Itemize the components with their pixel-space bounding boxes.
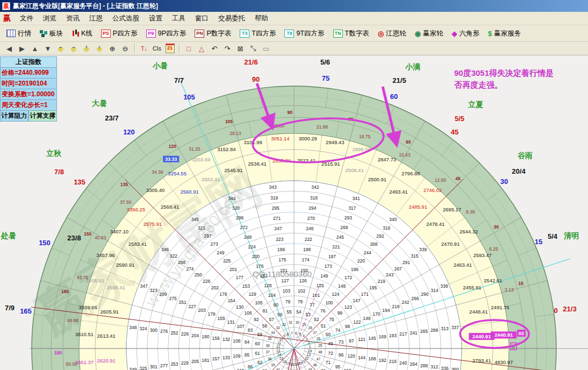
- svg-text:2568.41: 2568.41: [161, 204, 179, 210]
- svg-text:28.13: 28.13: [230, 131, 241, 136]
- svg-text:40.63: 40.63: [95, 235, 106, 240]
- svg-text:313: 313: [441, 326, 448, 331]
- rotate-cw-icon[interactable]: ↷: [221, 43, 233, 54]
- svg-text:2949.43: 2949.43: [326, 139, 344, 145]
- svg-text:小暑: 小暑: [152, 61, 168, 70]
- svg-text:132: 132: [223, 337, 230, 342]
- K线-button[interactable]: K线: [67, 27, 97, 40]
- zoom-out-icon[interactable]: ⊖: [119, 43, 131, 54]
- calendar-icon[interactable]: 21: [164, 43, 176, 54]
- svg-text:150: 150: [39, 239, 51, 247]
- menu-item-2[interactable]: 资讯: [61, 13, 84, 23]
- t-table-icon: TN: [333, 30, 343, 38]
- svg-text:54: 54: [296, 309, 302, 315]
- nav-up-icon[interactable]: ▲: [29, 43, 41, 54]
- gann-wheel-canvas[interactable]: 赢家财富网www.yingjia360.comQQ:11805803601234…: [0, 55, 588, 370]
- svg-text:195: 195: [369, 285, 377, 290]
- menu-item-5[interactable]: 设置: [144, 13, 167, 23]
- svg-text:22: 22: [305, 357, 309, 360]
- grid-icon: [6, 30, 16, 37]
- rotate-ccw-icon[interactable]: ↶: [209, 43, 220, 54]
- menu-item-1[interactable]: 浏览: [38, 13, 61, 23]
- 9P四方形-button[interactable]: P99P四方形: [142, 27, 191, 40]
- svg-text:96: 96: [339, 352, 344, 358]
- svg-text:53: 53: [306, 312, 311, 317]
- svg-text:51: 51: [321, 323, 326, 329]
- pan-left-icon[interactable]: ◆←: [55, 43, 67, 54]
- svg-text:45: 45: [308, 368, 312, 370]
- menu-item-7[interactable]: 窗口: [190, 13, 213, 23]
- svg-text:75: 75: [322, 74, 329, 82]
- svg-text:2491.76: 2491.76: [491, 304, 509, 310]
- svg-text:85: 85: [245, 352, 250, 358]
- svg-text:298: 298: [178, 260, 185, 265]
- svg-text:220: 220: [357, 258, 365, 264]
- menu-item-6[interactable]: 工具: [167, 13, 190, 23]
- nav-forward-icon[interactable]: ▶: [16, 43, 28, 54]
- calc-support-button[interactable]: 计算支撑: [28, 111, 57, 122]
- 赢家轮-button[interactable]: ◉赢家轮: [411, 27, 448, 40]
- 9T四方形-button[interactable]: T99T四方形: [280, 27, 328, 40]
- p-square-icon: PS: [101, 30, 111, 38]
- svg-text:71: 71: [326, 360, 331, 365]
- menu-item-9[interactable]: 帮助: [250, 13, 273, 23]
- svg-text:2553.41: 2553.41: [202, 176, 220, 182]
- calc-resistance-button[interactable]: 计算阻力: [0, 111, 28, 122]
- svg-text:312: 312: [431, 364, 438, 369]
- svg-text:21/3: 21/3: [563, 305, 576, 313]
- pan-up-icon[interactable]: ◆↑: [81, 43, 92, 54]
- triangle-tool-icon[interactable]: △: [196, 43, 207, 54]
- svg-text:82: 82: [254, 317, 259, 322]
- svg-text:165: 165: [20, 307, 32, 315]
- 赢家服务-button[interactable]: $赢家服务: [484, 27, 525, 40]
- svg-text:17: 17: [286, 361, 290, 365]
- menu-item-0[interactable]: 文件: [15, 13, 38, 23]
- T四方形-button[interactable]: T3T四方形: [235, 27, 280, 40]
- center-icon[interactable]: ⤡: [247, 43, 259, 54]
- svg-text:2593.47: 2593.47: [474, 252, 492, 258]
- menu-item-4[interactable]: 公式选股: [107, 13, 144, 23]
- toolbar-label: K线: [81, 29, 92, 38]
- pan-down-icon[interactable]: ◆↓: [94, 43, 105, 54]
- toolbar-label: 赢家轮: [423, 29, 443, 38]
- gann-wheel-chart-area[interactable]: 赢家财富网www.yingjia360.comQQ:11805803601234…: [0, 55, 588, 370]
- toolbar-separator: [179, 44, 180, 53]
- svg-text:18: 18: [290, 362, 295, 366]
- 六角形-button[interactable]: ◈六角形: [447, 27, 484, 40]
- P数字表-button[interactable]: PNP数字表: [190, 27, 235, 40]
- screen-icon[interactable]: ▭: [260, 43, 272, 54]
- svg-text:2493.41: 2493.41: [389, 189, 407, 195]
- svg-text:12: 12: [276, 345, 281, 348]
- zoom-in-icon[interactable]: ⊕: [106, 43, 118, 54]
- pan-right-icon[interactable]: ◆→: [68, 43, 80, 54]
- svg-text:301: 301: [150, 364, 157, 369]
- svg-text:12.50: 12.50: [435, 177, 447, 183]
- svg-text:360: 360: [451, 367, 459, 370]
- 板块-button[interactable]: 板块: [35, 27, 67, 40]
- svg-text:74: 74: [335, 328, 341, 333]
- svg-text:62: 62: [257, 360, 263, 365]
- svg-text:15: 15: [518, 281, 524, 286]
- svg-text:19: 19: [294, 362, 298, 366]
- P四方形-button[interactable]: PSP四方形: [97, 27, 142, 40]
- svg-text:2847.73: 2847.73: [378, 156, 396, 162]
- svg-text:2613.41: 2613.41: [97, 333, 116, 339]
- T数字表-button[interactable]: TNT数字表: [329, 27, 374, 40]
- svg-text:31.25: 31.25: [189, 146, 200, 152]
- svg-text:300: 300: [150, 328, 157, 333]
- nav-down-icon[interactable]: ▼: [42, 43, 54, 54]
- svg-text:2508.41: 2508.41: [345, 167, 363, 173]
- menu-item-8[interactable]: 交易委托: [213, 13, 250, 23]
- main-toolbar: 行情板块K线PSP四方形P99P四方形PNP数字表T3T四方形T99T四方形TN…: [0, 25, 588, 42]
- 行情-button[interactable]: 行情: [2, 27, 35, 40]
- range-icon[interactable]: T↓: [138, 43, 150, 54]
- cls-button[interactable]: Cls: [151, 43, 163, 54]
- 江恩轮-button[interactable]: ◎江恩轮: [374, 27, 411, 40]
- delete-box-icon[interactable]: ⊠: [234, 43, 246, 54]
- square-tool-icon[interactable]: □: [183, 43, 195, 54]
- menu-item-3[interactable]: 江恩: [84, 13, 107, 23]
- nav-back-icon[interactable]: ◀: [3, 43, 15, 54]
- svg-text:2455.91: 2455.91: [463, 284, 481, 290]
- svg-text:225: 225: [223, 258, 231, 264]
- svg-text:3610.51: 3610.51: [75, 331, 94, 337]
